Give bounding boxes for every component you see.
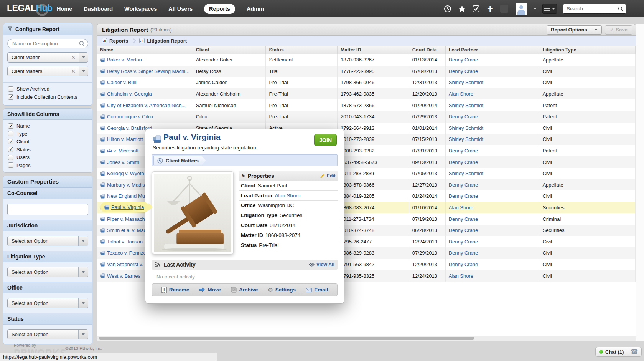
email-button[interactable]: Email: [306, 287, 328, 293]
cell-link[interactable]: Denny Crane: [449, 182, 478, 188]
column-header-litigation-type[interactable]: Litigation Type: [539, 46, 636, 54]
breadcrumb-litigation-report[interactable]: Litigation Report: [139, 38, 187, 44]
cell-link[interactable]: Denny Crane: [449, 216, 478, 222]
checkbox-include-collection-contents[interactable]: [8, 94, 13, 100]
cell-link[interactable]: Shirley Schmidt: [449, 136, 483, 142]
checkbox-show-archived[interactable]: [8, 86, 13, 92]
cell-link[interactable]: Denny Crane: [449, 250, 478, 256]
column-header-lead-partner[interactable]: Lead Partner: [446, 46, 540, 54]
column-header-name[interactable]: Name: [97, 46, 193, 54]
add-icon[interactable]: +: [486, 5, 494, 13]
cell-link[interactable]: Kellogg v. Wyeth: [107, 171, 144, 176]
scrollbar-thumb[interactable]: [99, 337, 474, 340]
column-header-court-date[interactable]: Court Date: [409, 46, 446, 54]
cell-link[interactable]: Shirley Schmidt: [449, 79, 483, 85]
checkbox-client[interactable]: [8, 139, 13, 144]
menu-button[interactable]: [542, 4, 557, 14]
breadcrumb-reports[interactable]: Reports: [102, 38, 128, 44]
column-header-matter-id[interactable]: Matter ID: [338, 46, 409, 54]
edit-properties-link[interactable]: Edit: [320, 173, 336, 179]
cell-link[interactable]: Denny Crane: [449, 68, 478, 74]
cell-link[interactable]: Denny Crane: [449, 262, 478, 267]
column-header-client[interactable]: Client: [193, 46, 266, 54]
cell-link[interactable]: Jones v. Smith: [107, 159, 139, 165]
cell-link[interactable]: Texaco v. Pennzoil: [107, 250, 148, 256]
property-value[interactable]: Alan Shore: [275, 193, 301, 199]
cell-link[interactable]: Chisholm v. Georgia: [107, 91, 152, 97]
cell-link[interactable]: i4i v. Microsoft: [107, 148, 138, 154]
cell-link[interactable]: Denny Crane: [449, 114, 478, 119]
cell-link[interactable]: Denny Crane: [449, 159, 478, 165]
name-description-input[interactable]: [8, 39, 88, 48]
nav-item-workspaces[interactable]: Workspaces: [124, 6, 157, 12]
cell-link[interactable]: Denny Crane: [449, 193, 478, 199]
cell-link[interactable]: Denny Crane: [449, 57, 478, 63]
chevron-down-icon[interactable]: [79, 66, 88, 76]
move-button[interactable]: Move: [199, 287, 221, 293]
cell-link[interactable]: Alan Shore: [449, 91, 473, 97]
checkbox-type[interactable]: [8, 131, 13, 136]
configure-checkboxes: Show ArchivedInclude Collection Contents: [3, 82, 92, 105]
view-all-link[interactable]: View All: [309, 262, 334, 267]
filter-client-matters[interactable]: Client Matters✕: [7, 66, 88, 76]
clock-icon[interactable]: [443, 5, 452, 13]
property-value: Samuel Paul: [258, 183, 287, 189]
tab-client-matters[interactable]: Client Matters: [153, 156, 206, 165]
nav-item-home[interactable]: Home: [57, 6, 72, 12]
office-select[interactable]: Select an Option: [7, 298, 88, 308]
archive-button[interactable]: Archive: [231, 287, 258, 293]
rename-button[interactable]: IRename: [161, 287, 189, 293]
column-header-status[interactable]: Status: [266, 46, 338, 54]
status-select[interactable]: Select an Option: [7, 329, 88, 339]
cell-link[interactable]: Betsy Ross v. Singer Sewing Machi...: [107, 68, 189, 74]
litigation-type-select[interactable]: Select an Option: [7, 267, 88, 277]
remove-filter-icon[interactable]: ✕: [68, 55, 79, 60]
checkbox-name[interactable]: [8, 123, 13, 129]
chat-button[interactable]: Chat (1): [605, 349, 624, 355]
filter-client-matter[interactable]: Client Matter✕: [7, 52, 88, 63]
search-input[interactable]: [563, 4, 626, 13]
selected-row-name[interactable]: Paul v. Virginia: [111, 204, 144, 210]
settings-button[interactable]: ⚙Settings: [268, 287, 296, 293]
cell-link[interactable]: Alan Shore: [449, 205, 473, 210]
cell-link[interactable]: Alan Shore: [449, 273, 473, 279]
avatar-caret-icon[interactable]: [534, 8, 537, 10]
nav-item-all-users[interactable]: All Users: [168, 6, 193, 12]
cell-link[interactable]: City of Elizabeth v. American Nich...: [107, 103, 186, 108]
remove-filter-icon[interactable]: ✕: [68, 68, 79, 74]
cell-link[interactable]: Hilton v. Marriott: [107, 136, 143, 142]
cell-link[interactable]: Denny Crane: [449, 148, 478, 154]
cell-matter-id: 1537-4958-5673: [338, 156, 409, 168]
phone-icon[interactable]: ☎: [630, 349, 638, 355]
checkbox-pages[interactable]: [8, 162, 13, 168]
checkbox-users[interactable]: [8, 155, 13, 160]
cell-link[interactable]: Marbury v. Madison: [107, 182, 150, 188]
cell-text: 07/19/2013: [412, 216, 437, 222]
save-button[interactable]: ✓ Save: [605, 25, 632, 35]
checkbox-status[interactable]: [8, 147, 13, 152]
cell-link[interactable]: Shirley Schmidt: [449, 125, 483, 131]
app-logo[interactable]: LEGALHub: [7, 3, 53, 13]
co-counsel-input[interactable]: [7, 204, 88, 215]
selected-row-callout[interactable]: Paul v. Virginia: [100, 202, 149, 212]
cell-text: Pre-Trial: [269, 91, 288, 97]
cell-link[interactable]: West v. Barnes: [107, 273, 140, 279]
cell-link[interactable]: Calder v. Bull: [107, 79, 136, 85]
star-icon[interactable]: [458, 5, 466, 13]
nav-item-admin[interactable]: Admin: [247, 6, 264, 12]
nav-item-reports[interactable]: Reports: [204, 4, 235, 14]
chevron-down-icon[interactable]: [79, 53, 88, 62]
cell-link[interactable]: Communique v Citrix: [107, 114, 153, 119]
tasks-icon[interactable]: [472, 5, 480, 13]
jurisdiction-select[interactable]: Select an Option: [7, 236, 88, 246]
report-options-button[interactable]: Report Options: [547, 25, 602, 35]
cell-link[interactable]: Shirley Schmidt: [449, 171, 483, 176]
cell-link[interactable]: Denny Crane: [449, 239, 478, 245]
cell-link[interactable]: Talbot v. Janson: [107, 239, 143, 245]
cell-link[interactable]: Shirley Schmidt: [449, 103, 483, 108]
cell-link[interactable]: Denny Crane: [449, 227, 478, 233]
nav-item-dashboard[interactable]: Dashboard: [84, 6, 113, 12]
cell-link[interactable]: Baker v. Morton: [107, 57, 142, 63]
join-button[interactable]: JOIN: [314, 134, 337, 146]
avatar[interactable]: [516, 3, 527, 15]
